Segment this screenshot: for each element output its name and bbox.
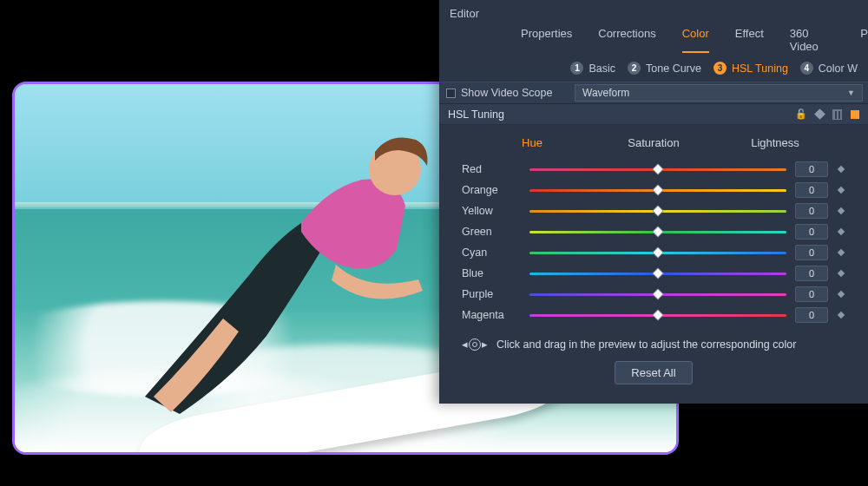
slider-thumb[interactable] bbox=[652, 163, 663, 174]
slider-label: Blue bbox=[462, 267, 521, 279]
slider-label: Green bbox=[462, 226, 521, 238]
hsl-tab-hue[interactable]: Hue bbox=[471, 132, 593, 154]
slider-row-red: Red0 bbox=[462, 159, 845, 180]
tab-corrections[interactable]: Corrections bbox=[598, 27, 655, 53]
subtab-tone-curve[interactable]: 2Tone Curve bbox=[628, 62, 701, 75]
show-video-scope-checkbox[interactable]: Show Video Scope bbox=[439, 87, 569, 99]
checkbox-icon bbox=[446, 89, 456, 98]
keyframe-diamond-icon[interactable] bbox=[838, 249, 845, 256]
subtab-color-w[interactable]: 4Color W bbox=[800, 62, 858, 75]
slider-row-magenta: Magenta0 bbox=[462, 305, 845, 325]
slider-thumb[interactable] bbox=[652, 184, 663, 195]
hsl-subtabs: HueSaturationLightness bbox=[462, 132, 845, 154]
slider-row-orange: Orange0 bbox=[462, 180, 845, 200]
slider-thumb[interactable] bbox=[652, 246, 663, 258]
main-tabs: PropertiesCorrectionsColorEffect360 Vide… bbox=[439, 23, 868, 56]
slider-row-purple: Purple0 bbox=[462, 284, 845, 305]
keyframe-diamond-icon[interactable] bbox=[838, 187, 845, 194]
subtab-basic[interactable]: 1Basic bbox=[570, 62, 615, 75]
slider-thumb[interactable] bbox=[652, 226, 663, 237]
slider-row-blue: Blue0 bbox=[462, 263, 845, 284]
slider-value-input[interactable]: 0 bbox=[795, 203, 828, 219]
green-slider[interactable] bbox=[529, 226, 786, 238]
chevron-down-icon: ▼ bbox=[847, 89, 855, 97]
magenta-slider[interactable] bbox=[529, 309, 786, 321]
section-title: HSL Tuning bbox=[448, 108, 504, 121]
blue-slider[interactable] bbox=[529, 267, 786, 279]
select-value: Waveform bbox=[582, 87, 629, 99]
slider-thumb[interactable] bbox=[652, 267, 663, 279]
subtab-label: Color W bbox=[819, 62, 858, 75]
trash-icon[interactable] bbox=[832, 109, 842, 120]
subtab-label: Basic bbox=[589, 62, 615, 75]
subtab-label: HSL Tuning bbox=[732, 62, 788, 75]
subtab-hsl-tuning[interactable]: 3HSL Tuning bbox=[713, 62, 788, 75]
slider-value-input[interactable]: 0 bbox=[795, 182, 828, 198]
slider-label: Purple bbox=[462, 288, 521, 300]
target-picker-icon[interactable]: ◂▸ bbox=[462, 338, 488, 351]
hsl-tab-lightness[interactable]: Lightness bbox=[714, 132, 836, 154]
slider-value-input[interactable]: 0 bbox=[795, 224, 828, 240]
color-sliders: Red0Orange0Yellow0Green0Cyan0Blue0Purple… bbox=[439, 157, 868, 327]
keyframe-diamond-icon[interactable] bbox=[838, 291, 845, 298]
editor-panel: Editor PropertiesCorrectionsColorEffect3… bbox=[439, 0, 868, 404]
slider-thumb[interactable] bbox=[652, 288, 663, 299]
step-number-icon: 2 bbox=[628, 62, 641, 75]
slider-thumb[interactable] bbox=[652, 205, 663, 216]
slider-value-input[interactable]: 0 bbox=[795, 161, 828, 177]
keyframe-icon[interactable] bbox=[814, 108, 825, 120]
slider-row-cyan: Cyan0 bbox=[462, 242, 845, 263]
drag-hint: ◂▸ Click and drag in the preview to adju… bbox=[462, 338, 845, 351]
keyframe-diamond-icon[interactable] bbox=[838, 312, 845, 319]
slider-label: Cyan bbox=[462, 246, 521, 259]
slider-value-input[interactable]: 0 bbox=[795, 266, 828, 281]
tab-properties[interactable]: Properties bbox=[521, 27, 572, 53]
sub-tabs: 1Basic2Tone Curve3HSL Tuning4Color W bbox=[439, 56, 868, 82]
slider-value-input[interactable]: 0 bbox=[795, 286, 828, 302]
surfer-figure bbox=[76, 82, 483, 455]
slider-row-yellow: Yellow0 bbox=[462, 200, 845, 221]
red-slider[interactable] bbox=[529, 163, 786, 175]
step-number-icon: 3 bbox=[713, 62, 727, 75]
checkbox-label: Show Video Scope bbox=[461, 87, 552, 99]
yellow-slider[interactable] bbox=[529, 205, 786, 217]
tab-color[interactable]: Color bbox=[682, 27, 709, 53]
slider-value-input[interactable]: 0 bbox=[795, 307, 828, 323]
slider-thumb[interactable] bbox=[652, 309, 663, 320]
slider-value-input[interactable]: 0 bbox=[795, 245, 828, 260]
orange-slider[interactable] bbox=[529, 184, 786, 196]
slider-label: Orange bbox=[462, 184, 521, 196]
tab-effect[interactable]: Effect bbox=[735, 27, 764, 53]
reset-all-button[interactable]: Reset All bbox=[615, 361, 692, 384]
panel-title: Editor bbox=[439, 0, 868, 23]
slider-row-green: Green0 bbox=[462, 221, 845, 242]
scope-row: Show Video Scope Waveform ▼ bbox=[439, 82, 868, 104]
tab-p[interactable]: P bbox=[860, 27, 868, 53]
lock-icon[interactable]: 🔓 bbox=[795, 108, 807, 120]
cyan-slider[interactable] bbox=[529, 246, 786, 259]
slider-label: Magenta bbox=[462, 309, 521, 321]
keyframe-diamond-icon[interactable] bbox=[838, 166, 845, 173]
enable-toggle-icon[interactable] bbox=[851, 110, 859, 119]
hint-text: Click and drag in the preview to adjust … bbox=[496, 338, 796, 351]
step-number-icon: 4 bbox=[800, 62, 813, 75]
slider-label: Yellow bbox=[462, 205, 521, 217]
step-number-icon: 1 bbox=[570, 62, 583, 75]
slider-label: Red bbox=[462, 163, 521, 175]
tab-360-video[interactable]: 360 Video bbox=[790, 27, 835, 53]
keyframe-diamond-icon[interactable] bbox=[838, 270, 845, 277]
hsl-tab-saturation[interactable]: Saturation bbox=[593, 132, 714, 154]
keyframe-diamond-icon[interactable] bbox=[838, 228, 845, 235]
section-header: HSL Tuning 🔓 bbox=[439, 104, 868, 125]
scope-select[interactable]: Waveform ▼ bbox=[575, 84, 863, 102]
subtab-label: Tone Curve bbox=[646, 62, 701, 75]
purple-slider[interactable] bbox=[529, 288, 786, 300]
keyframe-diamond-icon[interactable] bbox=[838, 207, 845, 214]
